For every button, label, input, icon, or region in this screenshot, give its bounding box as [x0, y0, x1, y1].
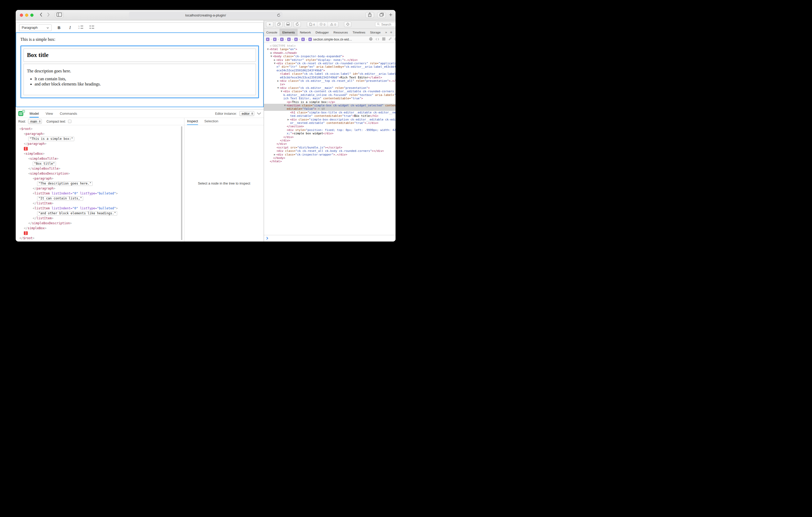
collapse-arrow-icon[interactable]: ▼: [277, 86, 280, 90]
editor-instance-select[interactable]: editor: [239, 111, 254, 116]
breadcrumb-element-icon[interactable]: E: [301, 38, 305, 41]
list-item[interactable]: It can contain lists,: [34, 77, 253, 81]
model-tree-line[interactable]: </simpleBoxTitle>: [16, 166, 184, 171]
dom-tree-line[interactable]: <h1 class="simple-box-title ck-editor__e…: [264, 111, 396, 118]
breadcrumb-element-icon[interactable]: E: [280, 38, 284, 41]
error-count-badge[interactable]: 0: [317, 22, 327, 27]
expand-arrow-icon[interactable]: ▶: [273, 153, 276, 156]
resource-count-badge[interactable]: 4: [307, 22, 317, 27]
tab-timelines[interactable]: Timelines: [350, 29, 368, 36]
dom-tree-line[interactable]: ▶<div id="editor" style="display: none;"…: [264, 58, 396, 62]
simple-box-description[interactable]: The description goes here. It can contai…: [24, 64, 256, 95]
compact-text-checkbox[interactable]: [68, 120, 71, 123]
model-tree-line[interactable]: <listItem listIndent="0" listType="bulle…: [16, 206, 184, 211]
model-tree-line[interactable]: </paragraph>: [16, 142, 184, 146]
dom-tree-line[interactable]: </div>: [264, 142, 396, 146]
model-tree-line[interactable]: <simpleBox>: [16, 151, 184, 156]
close-devtools-button[interactable]: ×: [266, 22, 273, 27]
model-tree-line[interactable]: </simpleBox>: [16, 226, 184, 231]
tab-console[interactable]: Console: [264, 29, 280, 36]
breadcrumb-element-icon[interactable]: E: [266, 38, 269, 41]
expand-arrow-icon[interactable]: ▶: [270, 51, 273, 55]
box-title-heading[interactable]: Box title: [27, 52, 253, 59]
breadcrumb-element-icon[interactable]: E: [273, 38, 277, 41]
dom-tree-line[interactable]: <p>This is a simple box:</p>: [264, 100, 396, 104]
print-icon[interactable]: [369, 37, 373, 41]
details-sidebar-icon[interactable]: [395, 38, 396, 41]
description-paragraph[interactable]: The description goes here.: [27, 69, 253, 73]
tab-inspect[interactable]: Inspect: [187, 118, 198, 125]
sidebar-toggle-button[interactable]: [55, 12, 64, 18]
model-tree-line[interactable]: </listItem>: [16, 216, 184, 221]
dom-tree-line[interactable]: ▼<div class="ck ck-editor__main" role="p…: [264, 86, 396, 90]
dom-tree-line[interactable]: <div style="position: fixed; top: 0px; l…: [264, 128, 396, 135]
address-bar[interactable]: localhost/creating-a-plugin/: [129, 12, 283, 19]
collapse-inspector-icon[interactable]: [257, 112, 261, 116]
tab-view[interactable]: View: [46, 110, 53, 118]
model-tree-line[interactable]: [: [16, 146, 184, 151]
model-tree-line[interactable]: "It can contain lists,": [16, 196, 184, 201]
model-tree-line[interactable]: "Box title": [16, 161, 184, 166]
dom-tree-line[interactable]: <label class="ck ck-label ck-voice-label…: [264, 72, 396, 79]
breadcrumb-element-icon[interactable]: E: [287, 38, 291, 41]
close-window-button[interactable]: [20, 13, 23, 17]
pencil-icon[interactable]: [388, 37, 392, 41]
forward-icon[interactable]: [47, 12, 50, 18]
code-brackets-icon[interactable]: [376, 38, 379, 41]
dom-tree-line[interactable]: ▶<div class="ck-inspector-wrapper">…</di…: [264, 153, 396, 156]
tab-overview-button[interactable]: [377, 12, 386, 18]
model-tree-line[interactable]: <simpleBoxTitle>: [16, 156, 184, 161]
dom-tree-line[interactable]: ▶<div class="ck ck-editor__top ck-reset_…: [264, 79, 396, 86]
model-tree-line[interactable]: </listItem>: [16, 201, 184, 206]
simple-box-widget[interactable]: Box title The description goes here. It …: [21, 45, 259, 98]
model-tree-line[interactable]: </simpleBoxDescription>: [16, 221, 184, 226]
numbered-list-button[interactable]: 1.2.: [78, 24, 85, 31]
zoom-window-button[interactable]: [30, 13, 33, 17]
model-tree-line[interactable]: <$root>: [16, 126, 184, 131]
model-tree-line[interactable]: </$root>: [16, 236, 184, 241]
dom-tree-line[interactable]: ▼<body class="ck-inspector-body-expanded…: [264, 55, 396, 58]
ckeditor-editable[interactable]: This is a simple box: Box title The desc…: [16, 32, 264, 107]
warning-count-badge[interactable]: 0: [327, 22, 338, 27]
expand-arrow-icon[interactable]: ▶: [287, 118, 290, 121]
dom-tree-line[interactable]: <div class="ck ck-reset_all ck-body ck-r…: [264, 149, 396, 153]
collapse-arrow-icon[interactable]: ▼: [270, 55, 273, 58]
list-item[interactable]: and other block elements like headings.: [34, 82, 253, 87]
add-tab-icon[interactable]: +: [390, 30, 393, 34]
dom-tree-line[interactable]: <!DOCTYPE html>: [264, 44, 396, 48]
tab-elements[interactable]: Elements: [280, 29, 297, 36]
new-tab-button[interactable]: [389, 13, 393, 18]
dock-bottom-button[interactable]: [284, 22, 292, 27]
tab-resources[interactable]: Resources: [331, 29, 350, 36]
dom-tree-line[interactable]: ▶<div class="simple-box-description ck-e…: [264, 118, 396, 125]
collapse-arrow-icon[interactable]: ▼: [273, 62, 276, 65]
reload-icon[interactable]: [277, 13, 281, 18]
intro-paragraph[interactable]: This is a simple box:: [21, 37, 259, 42]
element-picker-button[interactable]: [344, 22, 351, 27]
tab-network[interactable]: Network: [297, 29, 313, 36]
tab-model[interactable]: Model: [30, 110, 39, 118]
model-tree-line[interactable]: <simpleBoxDescription>: [16, 171, 184, 176]
dom-tree-line[interactable]: ▼<html lang="en">: [264, 48, 396, 51]
model-tree-line[interactable]: <paragraph>: [16, 131, 184, 136]
breadcrumb-current[interactable]: E section.simple-box.ck-wid…: [309, 38, 352, 41]
heading-dropdown[interactable]: Paragraph: [19, 24, 52, 31]
dom-tree-line[interactable]: ▶<head>…</head>: [264, 51, 396, 55]
collapse-arrow-icon[interactable]: ▼: [280, 90, 283, 93]
simple-box-title[interactable]: Box title: [24, 49, 256, 62]
quick-console[interactable]: [264, 235, 396, 242]
dom-tree-line[interactable]: </div>: [264, 135, 396, 139]
dom-tree-line[interactable]: </html>: [264, 160, 396, 163]
undock-button[interactable]: [275, 22, 283, 27]
back-icon[interactable]: [40, 12, 42, 18]
share-button[interactable]: [366, 12, 374, 18]
root-select[interactable]: main: [28, 119, 42, 124]
model-tree-line[interactable]: "This is a simple box:": [16, 136, 184, 142]
model-tree-line[interactable]: </paragraph>: [16, 186, 184, 191]
gear-icon[interactable]: ⚙: [395, 30, 396, 34]
tab-overflow-icon[interactable]: »: [385, 30, 387, 34]
reload-page-button[interactable]: [293, 22, 301, 27]
dom-tree-line[interactable]: ▼<div class="ck ck-content ck-editor__ed…: [264, 90, 396, 100]
breadcrumb-element-icon[interactable]: E: [294, 38, 298, 41]
tab-debugger[interactable]: Debugger: [313, 29, 331, 36]
